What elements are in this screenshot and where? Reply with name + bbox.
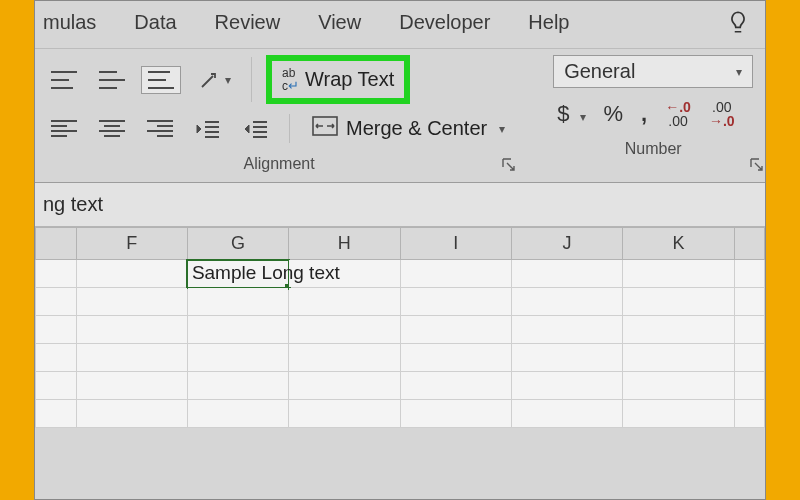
merge-center-button[interactable]: Merge & Center ▾ [304, 112, 513, 145]
grid-row[interactable] [36, 344, 765, 372]
increase-indent-button[interactable] [237, 115, 275, 143]
increase-decimal-button[interactable]: ←.0.00 [665, 100, 691, 128]
group-number: General ▾ $ ▾ % , ←.0.00 .00→.0 Number [535, 55, 766, 179]
chevron-down-icon: ▾ [499, 122, 505, 136]
tab-developer[interactable]: Developer [399, 11, 490, 34]
ribbon-tabs: mulas Data Review View Developer Help [35, 1, 765, 49]
formula-bar[interactable]: ng text [35, 183, 765, 227]
valign-bottom-button[interactable] [141, 66, 181, 94]
wrap-text-label: Wrap Text [305, 68, 394, 91]
comma-style-button[interactable]: , [641, 101, 647, 127]
col-header-h[interactable]: H [289, 228, 400, 260]
grid-row[interactable] [36, 372, 765, 400]
separator [289, 114, 290, 143]
grid-row[interactable] [36, 400, 765, 428]
ribbon: ▾ abc↵ Wrap Text [35, 49, 765, 179]
number-dialog-launcher[interactable] [749, 157, 765, 177]
col-header-i[interactable]: I [400, 228, 511, 260]
col-header-j[interactable]: J [511, 228, 622, 260]
tab-data[interactable]: Data [134, 11, 176, 34]
col-header[interactable] [36, 228, 77, 260]
percent-button[interactable]: % [604, 101, 624, 127]
wrap-text-button[interactable]: abc↵ Wrap Text [266, 55, 410, 104]
merge-center-label: Merge & Center [346, 117, 487, 140]
col-header-k[interactable]: K [623, 228, 734, 260]
worksheet-grid[interactable]: F G H I J K Sample Long text [35, 227, 765, 428]
halign-right-button[interactable] [141, 116, 179, 142]
grid-row[interactable] [36, 288, 765, 316]
valign-top-button[interactable] [45, 67, 83, 93]
tab-review[interactable]: Review [215, 11, 281, 34]
number-format-dropdown[interactable]: General ▾ [553, 55, 753, 88]
halign-center-button[interactable] [93, 116, 131, 142]
tab-help[interactable]: Help [528, 11, 569, 34]
cell-value: Sample Long text [192, 262, 340, 284]
wrap-text-icon: abc↵ [282, 67, 299, 92]
column-headers[interactable]: F G H I J K [36, 228, 765, 260]
selected-cell[interactable]: Sample Long text [187, 260, 288, 288]
grid-row[interactable]: Sample Long text [36, 260, 765, 288]
separator [251, 57, 252, 102]
col-header[interactable] [734, 228, 764, 260]
col-header-g[interactable]: G [187, 228, 288, 260]
currency-button[interactable]: $ ▾ [557, 101, 585, 127]
excel-window: mulas Data Review View Developer Help ▾ [34, 0, 766, 500]
merge-icon [312, 116, 338, 141]
tell-me-icon[interactable] [725, 9, 751, 40]
tab-formulas[interactable]: mulas [43, 11, 96, 34]
decrease-decimal-button[interactable]: .00→.0 [709, 100, 735, 128]
group-label-alignment: Alignment [244, 155, 315, 177]
group-alignment: ▾ abc↵ Wrap Text [35, 55, 523, 179]
alignment-dialog-launcher[interactable] [501, 157, 517, 177]
formula-bar-text: ng text [43, 193, 103, 215]
tab-view[interactable]: View [318, 11, 361, 34]
halign-left-button[interactable] [45, 116, 83, 142]
grid-row[interactable] [36, 316, 765, 344]
group-label-number: Number [625, 140, 682, 162]
orientation-button[interactable]: ▾ [191, 64, 237, 96]
number-format-value: General [564, 60, 635, 83]
valign-middle-button[interactable] [93, 67, 131, 93]
decrease-indent-button[interactable] [189, 115, 227, 143]
chevron-down-icon: ▾ [736, 65, 742, 79]
col-header-f[interactable]: F [76, 228, 187, 260]
